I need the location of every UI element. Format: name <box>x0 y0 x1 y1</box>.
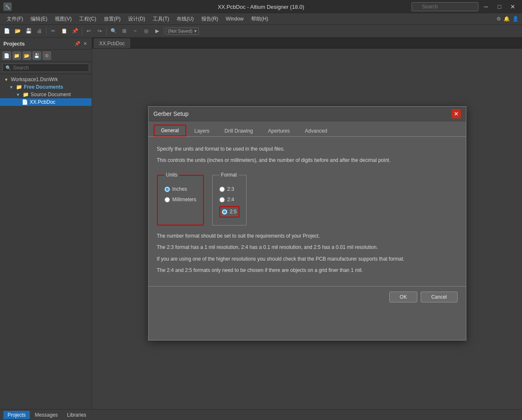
tb-cut-btn[interactable]: ✂ <box>48 26 58 36</box>
tree-item-free-docs[interactable]: ▼ 📁 Free Documents <box>0 83 92 91</box>
tb-via-btn[interactable]: ◎ <box>141 26 151 36</box>
detail-text-3: If you are using one of the higher resol… <box>157 255 458 263</box>
dialog-close-btn[interactable]: ✕ <box>452 109 461 118</box>
menu-edit[interactable]: 编辑(E) <box>27 15 51 23</box>
tb-new-btn[interactable]: 📄 <box>2 26 12 36</box>
radio-23-label[interactable]: 2:3 <box>227 185 234 193</box>
save-dropdown-icon[interactable]: ▾ <box>194 28 197 34</box>
notifications-icon[interactable]: 🔔 <box>504 16 510 22</box>
radio-inches-label[interactable]: Inches <box>172 185 187 193</box>
radio-25-label[interactable]: 2:5 <box>230 208 237 216</box>
sidebar-close-btn[interactable]: ✕ <box>82 40 88 47</box>
radio-option-inches[interactable]: Inches <box>165 185 196 193</box>
sidebar-toolbar: 📄 📁 📂 💾 ⚙ <box>0 50 92 62</box>
title-bar: 🔧 XX.PcbDoc - Altium Designer (18.0) 🔍 ─… <box>0 0 522 13</box>
dialog-tabs: General Layers Drill Drawing Apertures A… <box>149 121 466 137</box>
dialog-tab-general[interactable]: General <box>154 125 187 136</box>
sidebar-open-btn[interactable]: 📂 <box>23 51 31 60</box>
menu-view[interactable]: 视图(V) <box>51 15 75 23</box>
minimize-button[interactable]: ─ <box>480 2 492 11</box>
sidebar-settings-btn[interactable]: ⚙ <box>43 51 51 60</box>
search-wrapper: 🔍 <box>3 64 89 72</box>
tb-zoom-btn[interactable]: 🔍 <box>108 26 118 36</box>
settings-icon[interactable]: ⚙ <box>496 16 501 22</box>
tb-save-btn[interactable]: 💾 <box>23 26 33 36</box>
content-area: XX.PcbDoc Gerber Setup ✕ General Layers … <box>92 38 522 409</box>
tb-open-btn[interactable]: 📂 <box>13 26 23 36</box>
detail-text-block: The number format should be set to suit … <box>157 232 458 274</box>
tb-sep-2 <box>82 27 82 35</box>
sidebar-pin-btn[interactable]: 📌 <box>74 40 81 47</box>
sidebar-add-btn[interactable]: 📄 <box>3 51 11 60</box>
radio-24[interactable] <box>219 197 225 202</box>
tb-paste-btn[interactable]: 📌 <box>70 26 80 36</box>
sidebar-controls: 📌 ✕ <box>74 40 88 47</box>
app-icon: 🔧 <box>3 3 12 11</box>
menu-tools[interactable]: 工具(T) <box>149 15 172 23</box>
tb-print-btn[interactable]: 🖨 <box>34 26 44 36</box>
radio-option-23[interactable]: 2:3 <box>219 185 239 193</box>
user-icon[interactable]: 👤 <box>512 16 519 22</box>
dialog-tab-advanced[interactable]: Advanced <box>298 125 334 136</box>
source-doc-expand-icon: ▼ <box>15 92 21 97</box>
radio-inches[interactable] <box>165 187 170 192</box>
title-right-controls: 🔍 ─ □ ✕ <box>411 2 519 11</box>
dialog-tab-drill-drawing[interactable]: Drill Drawing <box>217 125 260 136</box>
description-line2: This controls the units (inches or milli… <box>157 156 458 164</box>
tb-copy-btn[interactable]: 📋 <box>59 26 69 36</box>
main-layout: Projects 📌 ✕ 📄 📁 📂 💾 ⚙ 🔍 ▼ Workspace1.Ds… <box>0 38 522 409</box>
tree-item-pcb-file[interactable]: 📄 XX.PcbDoc <box>0 98 92 106</box>
menu-place[interactable]: 放置(P) <box>100 15 124 23</box>
title-left: 🔧 <box>3 3 12 11</box>
search-panel: 🔍 <box>0 62 92 74</box>
sidebar-folder-btn[interactable]: 📁 <box>13 51 21 60</box>
maximize-button[interactable]: □ <box>494 2 505 11</box>
tb-undo-btn[interactable]: ↩ <box>84 26 94 36</box>
radio-25[interactable] <box>222 209 227 215</box>
menu-window[interactable]: Window <box>222 15 247 23</box>
radio-millimeters[interactable] <box>165 197 170 202</box>
sidebar-save-btn[interactable]: 💾 <box>33 51 41 60</box>
bottom-tab-messages[interactable]: Messages <box>31 411 62 419</box>
tree-item-source-doc[interactable]: ▼ 📁 Source Document <box>0 91 92 98</box>
menu-reports[interactable]: 报告(R) <box>198 15 222 23</box>
description-line1: Specify the units and format to be used … <box>157 145 458 153</box>
title-search-input[interactable] <box>411 2 478 11</box>
menu-routing[interactable]: 布线(U) <box>173 15 197 23</box>
dialog-tab-layers[interactable]: Layers <box>187 125 216 136</box>
close-button[interactable]: ✕ <box>507 2 519 11</box>
tb-sep-3 <box>106 27 107 35</box>
units-fieldset: Units Inches Millimeters <box>157 171 204 225</box>
radio-mm-label[interactable]: Millimeters <box>172 196 196 204</box>
radio-option-25[interactable]: 2:5 <box>219 206 239 218</box>
bottom-tab-libraries[interactable]: Libraries <box>63 411 90 419</box>
toolbar: 📄 📂 💾 🖨 ✂ 📋 📌 ↩ ↪ 🔍 ⊞ ~ ◎ ▶ (Not Saved) … <box>0 24 522 38</box>
dialog-footer: OK Cancel <box>149 286 466 307</box>
dialog-tab-apertures[interactable]: Apertures <box>261 125 297 136</box>
tree-item-workspace[interactable]: ▼ Workspace1.DsnWrk <box>0 76 92 83</box>
radio-option-24[interactable]: 2:4 <box>219 196 239 204</box>
bottom-tab-projects[interactable]: Projects <box>3 411 30 419</box>
ok-button[interactable]: OK <box>389 292 417 302</box>
tb-grid-btn[interactable]: ⊞ <box>119 26 129 36</box>
sidebar-search-input[interactable] <box>13 65 86 71</box>
menu-file[interactable]: 文件(F) <box>3 15 26 23</box>
tb-route-btn[interactable]: ~ <box>130 26 140 36</box>
radio-option-millimeters[interactable]: Millimeters <box>165 196 196 204</box>
radio-24-label[interactable]: 2:4 <box>227 196 234 204</box>
menu-project[interactable]: 工程(C) <box>76 15 100 23</box>
app-title: XX.PcbDoc - Altium Designer (18.0) <box>218 4 304 10</box>
workspace-icon: ▼ <box>3 77 9 82</box>
menu-help[interactable]: 帮助(H) <box>248 15 272 23</box>
sidebar-header: Projects 📌 ✕ <box>0 38 92 50</box>
tb-sep-4 <box>164 27 164 35</box>
tb-redo-btn[interactable]: ↪ <box>95 26 105 36</box>
dialog-content: Specify the units and format to be used … <box>149 137 466 286</box>
gerber-dialog: Gerber Setup ✕ General Layers Drill Draw… <box>148 106 466 341</box>
workspace-label: Workspace1.DsnWrk <box>11 77 58 82</box>
tb-select-btn[interactable]: ▶ <box>152 26 162 36</box>
radio-23[interactable] <box>219 187 225 192</box>
cancel-button[interactable]: Cancel <box>421 292 457 302</box>
detail-text-4: The 2:4 and 2:5 formats only need to be … <box>157 266 458 274</box>
menu-design[interactable]: 设计(D) <box>125 15 149 23</box>
